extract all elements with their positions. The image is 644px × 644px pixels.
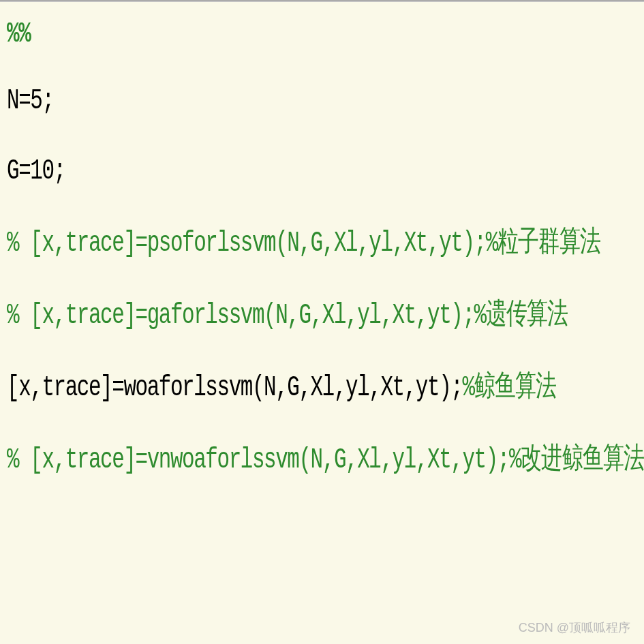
code-line-3: G=10; — [7, 156, 461, 185]
code-text: G=10; — [7, 154, 65, 187]
code-block: %% N=5; G=10; % [x,trace]=psoforlssvm(N,… — [0, 2, 644, 525]
code-line-1: %% — [7, 19, 461, 48]
comment-text: % [x,trace]=psoforlssvm(N,G,Xl,yl,Xt,yt)… — [7, 226, 497, 260]
code-text: [x,trace]=woaforlssvm(N,G,Xl,yl,Xt,yt); — [7, 371, 462, 404]
comment-text: % [x,trace]=vnwoaforlssvm(N,G,Xl,yl,Xt,y… — [7, 443, 521, 476]
comment-cjk: 改进鲸鱼算法 — [521, 442, 644, 474]
comment-text: % — [462, 371, 474, 404]
code-line-4: % [x,trace]=psoforlssvm(N,G,Xl,yl,Xt,yt)… — [7, 226, 461, 258]
code-line-2: N=5; — [7, 86, 461, 115]
code-line-6: [x,trace]=woaforlssvm(N,G,Xl,yl,Xt,yt);%… — [7, 371, 461, 402]
code-line-7: % [x,trace]=vnwoaforlssvm(N,G,Xl,yl,Xt,y… — [7, 443, 461, 474]
comment-cjk: 粒子群算法 — [497, 225, 600, 257]
comment-cjk: 遗传算法 — [486, 297, 568, 329]
comment-cjk: 鲸鱼算法 — [474, 369, 557, 401]
section-marker: %% — [7, 17, 30, 50]
code-text: N=5; — [7, 84, 54, 117]
comment-text: % [x,trace]=gaforlssvm(N,G,Xl,yl,Xt,yt);… — [7, 298, 486, 332]
code-line-5: % [x,trace]=gaforlssvm(N,G,Xl,yl,Xt,yt);… — [7, 298, 461, 330]
watermark: CSDN @顶呱呱程序 — [519, 619, 630, 636]
